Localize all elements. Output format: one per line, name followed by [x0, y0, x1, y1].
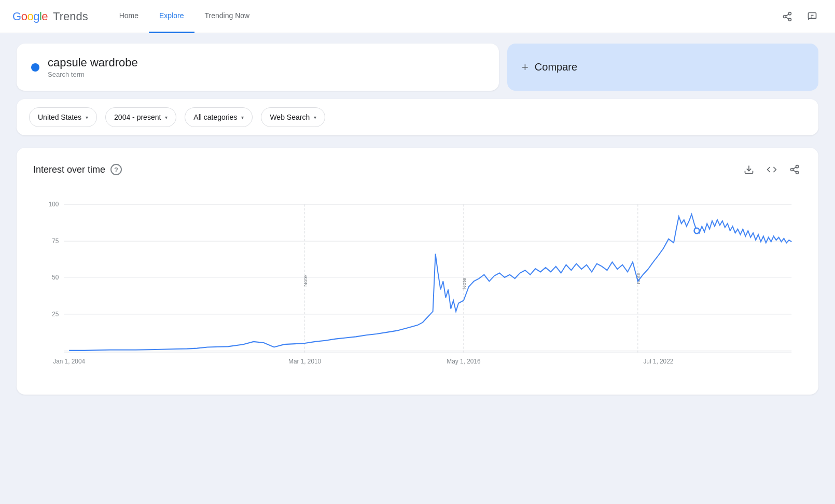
compare-plus-icon: +	[522, 61, 528, 74]
region-chevron-icon: ▾	[86, 115, 88, 120]
help-icon[interactable]: ?	[110, 164, 122, 175]
search-type-label: Web Search	[270, 113, 310, 121]
search-area: capsule wardrobe Search term + Compare	[17, 44, 818, 91]
trend-line	[69, 214, 791, 351]
svg-point-11	[796, 171, 799, 174]
search-text-group: capsule wardrobe Search term	[48, 56, 484, 78]
search-type-chevron-icon: ▾	[314, 115, 316, 120]
search-card: capsule wardrobe Search term	[17, 44, 499, 91]
feedback-icon	[807, 11, 817, 22]
main-nav: Home Explore Trending Now	[109, 0, 777, 33]
trend-chart: 100 75 50 25 Note Note Note Jan 1, 2004	[33, 193, 802, 380]
category-filter[interactable]: All categories ▾	[185, 107, 253, 127]
interest-over-time-card: Interest over time ?	[17, 148, 818, 395]
search-type-filter[interactable]: Web Search ▾	[261, 107, 325, 127]
chart-header: Interest over time ?	[33, 162, 802, 177]
time-filter[interactable]: 2004 - present ▾	[105, 107, 176, 127]
download-icon	[744, 164, 754, 175]
time-label: 2004 - present	[114, 113, 161, 121]
google-logo-text: Google	[12, 10, 48, 23]
header-icons	[777, 6, 823, 27]
note-label-2: Note	[461, 278, 467, 290]
nav-trending[interactable]: Trending Now	[194, 0, 260, 33]
compare-card[interactable]: + Compare	[507, 44, 818, 91]
svg-point-9	[796, 165, 799, 168]
current-point	[694, 228, 700, 234]
y-label-25: 25	[52, 311, 59, 318]
download-button[interactable]	[742, 162, 756, 177]
chart-container: 100 75 50 25 Note Note Note Jan 1, 2004	[33, 193, 802, 380]
search-type: Search term	[48, 71, 484, 78]
header: Google Trends Home Explore Trending Now	[0, 0, 835, 33]
logo: Google Trends	[12, 10, 88, 23]
embed-icon	[767, 164, 777, 175]
note-label-1: Note	[302, 275, 308, 287]
x-label-2010: Mar 1, 2010	[288, 358, 321, 365]
main-content: capsule wardrobe Search term + Compare U…	[0, 33, 835, 405]
trends-logo-text: Trends	[53, 10, 88, 23]
share-button[interactable]	[777, 6, 798, 27]
search-dot	[31, 63, 39, 72]
region-label: United States	[38, 113, 81, 121]
search-term: capsule wardrobe	[48, 56, 484, 69]
svg-line-13	[793, 167, 796, 169]
filters-bar: United States ▾ 2004 - present ▾ All cat…	[17, 99, 818, 135]
category-chevron-icon: ▾	[241, 115, 244, 120]
svg-point-0	[789, 12, 791, 15]
svg-line-3	[786, 17, 789, 19]
svg-point-1	[784, 15, 786, 18]
feedback-button[interactable]	[802, 6, 823, 27]
time-chevron-icon: ▾	[165, 115, 168, 120]
compare-label: Compare	[535, 61, 577, 73]
svg-point-10	[791, 169, 794, 171]
nav-explore[interactable]: Explore	[149, 0, 194, 33]
region-filter[interactable]: United States ▾	[29, 107, 97, 127]
embed-button[interactable]	[764, 162, 779, 177]
svg-rect-5	[809, 12, 816, 19]
category-label: All categories	[193, 113, 237, 121]
y-label-75: 75	[52, 237, 59, 245]
chart-title-group: Interest over time ?	[33, 164, 122, 175]
x-label-2022: Jul 1, 2022	[643, 358, 673, 365]
nav-home[interactable]: Home	[109, 0, 149, 33]
svg-point-2	[789, 18, 791, 21]
chart-actions	[742, 162, 802, 177]
svg-line-4	[786, 14, 789, 16]
x-label-2016: May 1, 2016	[447, 358, 480, 365]
x-label-2004: Jan 1, 2004	[53, 358, 85, 365]
chart-title: Interest over time	[33, 164, 105, 175]
share-chart-button[interactable]	[787, 162, 802, 177]
y-label-50: 50	[52, 274, 59, 281]
share-icon	[782, 11, 792, 22]
share-chart-icon	[789, 164, 800, 175]
svg-line-12	[793, 170, 796, 172]
y-label-100: 100	[49, 201, 59, 208]
